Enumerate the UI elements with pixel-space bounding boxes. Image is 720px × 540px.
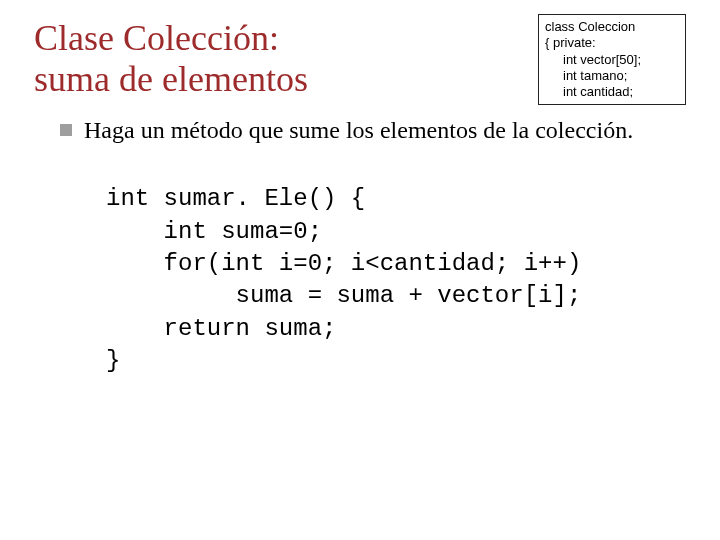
code-block: int sumar. Ele() { int suma=0; for(int i…	[106, 183, 686, 377]
class-line: class Coleccion	[545, 19, 677, 35]
class-line: int tamano;	[545, 68, 677, 84]
title-line-2: suma de elementos	[34, 59, 308, 99]
bullet-item: Haga un método que sume los elementos de…	[60, 115, 686, 145]
square-bullet-icon	[60, 124, 72, 136]
slide-body: Haga un método que sume los elementos de…	[34, 115, 686, 377]
title-line-1: Clase Colección:	[34, 18, 279, 58]
class-line: { private:	[545, 35, 677, 51]
class-line: int vector[50];	[545, 52, 677, 68]
slide-title: Clase Colección: suma de elementos	[34, 18, 538, 101]
bullet-text: Haga un método que sume los elementos de…	[84, 115, 633, 145]
class-definition-box: class Coleccion { private: int vector[50…	[538, 14, 686, 105]
slide: Clase Colección: suma de elementos class…	[0, 0, 720, 540]
class-line: int cantidad;	[545, 84, 677, 100]
header-row: Clase Colección: suma de elementos class…	[34, 18, 686, 105]
